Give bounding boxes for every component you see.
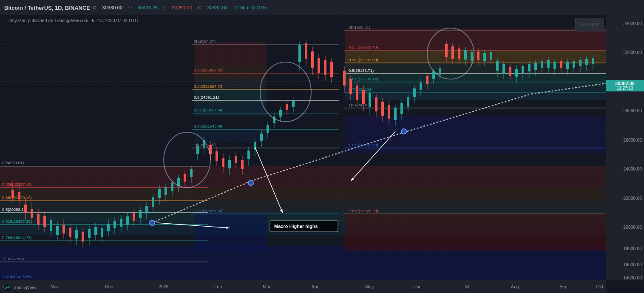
svg-rect-222 — [541, 61, 543, 68]
svg-rect-86 — [101, 228, 103, 237]
svg-rect-66 — [37, 214, 40, 225]
svg-rect-152 — [311, 51, 314, 68]
svg-rect-138 — [267, 125, 269, 133]
svg-rect-94 — [126, 216, 129, 225]
svg-text:0.5(20293.18): 0.5(20293.18) — [2, 207, 27, 212]
svg-rect-206 — [490, 52, 492, 60]
svg-rect-164 — [356, 85, 358, 100]
high-label: H — [128, 5, 132, 10]
svg-text:1.618(11425.58): 1.618(11425.58) — [2, 274, 32, 279]
svg-text:2.618(13826.23): 2.618(13826.23) — [349, 208, 378, 213]
svg-rect-72 — [56, 226, 59, 235]
svg-text:0.382(21229.12): 0.382(21229.12) — [2, 195, 32, 200]
watermark: BINANCE — [575, 18, 604, 31]
svg-rect-74 — [62, 225, 65, 233]
price-axis: 34000.00 32000.00 30000.00 28000.00 2600… — [606, 15, 644, 280]
svg-rect-58 — [11, 190, 14, 198]
svg-rect-232 — [573, 61, 575, 68]
svg-rect-200 — [471, 52, 473, 61]
time-tick-feb: Feb — [214, 284, 222, 289]
price-tick-26000: 26000.00 — [623, 137, 642, 142]
svg-rect-96 — [133, 213, 135, 221]
time-tick-mar: Mar — [263, 284, 270, 289]
svg-rect-114 — [190, 169, 193, 177]
svg-rect-64 — [31, 209, 33, 218]
svg-rect-116 — [196, 146, 199, 154]
svg-text:0.236(22387.14): 0.236(22387.14) — [2, 182, 32, 187]
dot-marker-3 — [401, 129, 406, 134]
symbol-label: Bitcoin / TetherUS, 1D, BINANCE — [4, 5, 90, 11]
svg-rect-212 — [509, 67, 511, 76]
price-tick-16000: 16000.00 — [623, 262, 642, 267]
ohlc-display: O 30380.00 H 30433.25 L 30251.00 C 30382… — [93, 5, 271, 11]
time-tick-jun: Jun — [414, 284, 422, 289]
price-tick-28000: 28000.00 — [623, 108, 642, 113]
time-tick-may: May — [365, 284, 374, 289]
tradingview-text: TradingView — [13, 285, 36, 290]
svg-text:0.618(19357.25): 0.618(19357.25) — [2, 219, 32, 224]
svg-text:0.5(28136.71): 0.5(28136.71) — [349, 68, 374, 73]
svg-rect-216 — [522, 66, 524, 74]
price-tick-22000: 22000.00 — [623, 196, 642, 201]
svg-rect-142 — [279, 110, 282, 117]
svg-text:0.618(23257.68): 0.618(23257.68) — [194, 108, 224, 112]
low-value: 30251.00 — [172, 5, 192, 10]
time-axis: Oct Nov Dec 2023 Feb Mar Apr May Jun Jul… — [0, 280, 606, 293]
chart-area: 0(24259.01) 0.236(22387.14) 0.382(21229.… — [0, 15, 606, 280]
svg-text:0(29194.27): 0(29194.27) — [194, 39, 216, 43]
svg-text:0.786(18024.73): 0.786(18024.73) — [2, 235, 32, 240]
chart-header: Bitcoin / TetherUS, 1D, BINANCE O 30380.… — [0, 0, 644, 15]
svg-text:1(16377.53): 1(16377.53) — [2, 256, 24, 261]
svg-rect-190 — [439, 68, 441, 75]
price-change: +2.00 (+0.01%) — [233, 5, 267, 10]
svg-text:0.5(24391.21): 0.5(24391.21) — [194, 95, 219, 100]
svg-rect-154 — [318, 58, 320, 73]
svg-text:0.786(21643.86): 0.786(21643.86) — [194, 124, 224, 128]
svg-rect-184 — [420, 82, 422, 90]
svg-rect-186 — [426, 76, 428, 84]
svg-rect-234 — [579, 60, 582, 66]
svg-rect-146 — [292, 101, 295, 107]
svg-rect-84 — [94, 227, 97, 235]
svg-rect-100 — [145, 206, 148, 213]
svg-rect-166 — [362, 90, 365, 104]
svg-text:0.618(27339.44): 0.618(27339.44) — [349, 77, 378, 81]
time-tick-oct2: Oct — [596, 284, 603, 289]
svg-rect-90 — [113, 221, 116, 228]
svg-rect-126 — [228, 160, 231, 168]
svg-rect-82 — [88, 229, 91, 238]
time-tick-nov: Nov — [51, 284, 59, 289]
open-label: O — [93, 5, 96, 10]
svg-rect-182 — [413, 88, 416, 97]
svg-rect-104 — [158, 189, 161, 198]
close-label: C — [198, 5, 201, 10]
svg-rect-80 — [82, 232, 84, 242]
svg-rect-150 — [305, 43, 307, 59]
svg-rect-110 — [177, 178, 180, 186]
svg-rect-98 — [139, 210, 142, 218]
svg-rect-202 — [477, 51, 479, 60]
svg-rect-174 — [388, 105, 390, 119]
svg-rect-60 — [18, 192, 20, 199]
svg-rect-172 — [381, 102, 384, 116]
open-value: 30380.00 — [102, 5, 122, 10]
dot-marker-2 — [248, 180, 253, 185]
svg-rect-108 — [171, 182, 173, 191]
close-value: 30382.00 — [207, 5, 227, 10]
svg-rect-76 — [69, 228, 71, 237]
price-tick-20000: 20000.00 — [623, 225, 642, 230]
svg-rect-124 — [222, 158, 224, 167]
current-price-value: 30382.00 — [608, 81, 641, 86]
svg-rect-106 — [165, 187, 167, 195]
svg-rect-176 — [394, 108, 397, 120]
price-tick-18000: 18000.00 — [623, 246, 642, 251]
svg-rect-196 — [458, 48, 460, 59]
time-tick-2023: 2023 — [159, 284, 168, 289]
svg-rect-78 — [75, 230, 78, 239]
svg-text:0.382(28933.99): 0.382(28933.99) — [349, 57, 378, 62]
svg-text:0.786(26204): 0.786(26204) — [349, 87, 373, 91]
time-tick-apr: Apr — [312, 284, 318, 289]
svg-rect-102 — [152, 197, 154, 207]
svg-rect-92 — [120, 219, 122, 227]
svg-rect-236 — [585, 59, 588, 65]
